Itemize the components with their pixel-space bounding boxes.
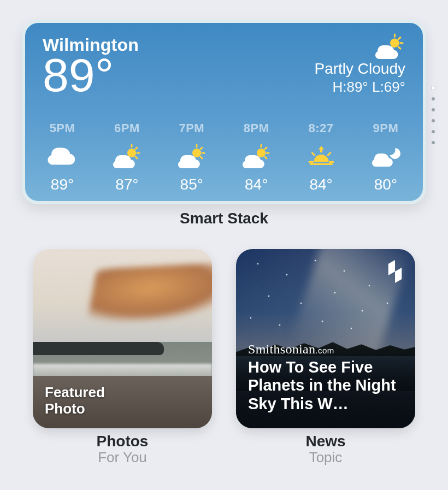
hour-time: 6PM — [114, 121, 140, 135]
hour-slot: 5PM 89° — [32, 121, 93, 193]
hour-time: 8PM — [244, 121, 269, 135]
sunset-icon — [307, 142, 335, 170]
smart-stack-label: Smart Stack — [22, 210, 426, 227]
news-source: Smithsonian.com — [248, 342, 334, 357]
news-widget[interactable]: Smithsonian.com How To See Five Planets … — [236, 249, 415, 428]
weather-highlow: H:89° L:69° — [314, 79, 405, 96]
hour-time: 7PM — [179, 121, 204, 135]
hour-time: 9PM — [373, 121, 399, 135]
partly-sunny-icon — [111, 142, 142, 170]
weather-temperature: 89° — [43, 53, 139, 98]
photos-widget-title: Featured Photo — [45, 385, 105, 417]
cloud-icon — [46, 142, 78, 170]
weather-widget[interactable]: Wilmington 89° Partly Cloudy H:89° L:69°… — [22, 20, 426, 204]
photos-widget[interactable]: Featured Photo — [33, 249, 212, 428]
hour-slot: 6PM 87° — [96, 121, 157, 193]
news-headline: How To See Five Planets in the Night Sky… — [248, 358, 403, 413]
hour-slot: 8:27 84° — [291, 121, 352, 193]
weather-condition: Partly Cloudy — [314, 60, 405, 78]
hour-temp: 85° — [180, 176, 203, 193]
photos-label: Photos — [33, 433, 212, 450]
hour-slot: 7PM 85° — [161, 121, 222, 193]
hour-temp: 87° — [115, 176, 138, 193]
partly-sunny-icon — [241, 142, 272, 170]
photos-sublabel: For You — [33, 449, 212, 466]
hour-time: 5PM — [50, 121, 75, 135]
stack-page-indicator[interactable] — [432, 86, 435, 144]
hour-temp: 89° — [51, 176, 74, 193]
hour-time: 8:27 — [309, 121, 334, 135]
hour-temp: 80° — [374, 176, 397, 193]
hour-temp: 84° — [245, 176, 268, 193]
apple-news-icon — [386, 260, 404, 285]
partly-cloudy-icon — [372, 33, 408, 62]
news-label: News — [236, 433, 415, 450]
cloud-moon-icon — [370, 142, 402, 170]
hourly-forecast: 5PM 89° 6PM 87° 7PM 85° 8PM 84° 8:27 — [32, 121, 416, 193]
partly-sunny-icon — [176, 142, 207, 170]
hour-slot: 9PM 80° — [355, 121, 416, 193]
hour-temp: 84° — [309, 176, 332, 193]
hour-slot: 8PM 84° — [226, 121, 287, 193]
news-sublabel: Topic — [236, 449, 415, 466]
